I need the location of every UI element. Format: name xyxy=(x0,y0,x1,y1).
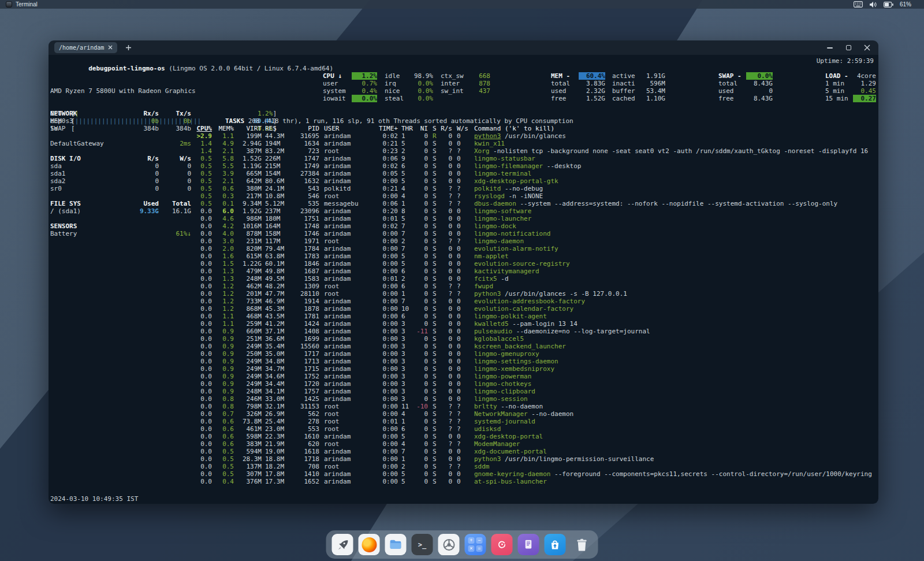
process-row[interactable]: 0.00.6598M22.3M1610arindam0:0050S00xdg-d… xyxy=(195,433,876,440)
process-row[interactable]: 0.00.9249M35.4M15560arindam0:0030S00kscr… xyxy=(195,343,876,350)
tab-close-icon[interactable] xyxy=(108,44,113,51)
calculator-icon[interactable]: +−×= xyxy=(465,534,486,555)
sidebar-line: sda00 xyxy=(50,162,193,170)
sidebar-line: NETWORKRx/sTx/s xyxy=(50,110,193,117)
cpu-model: AMD Ryzen 7 5800U with Radeon Graphics xyxy=(50,87,277,95)
process-row[interactable]: 0.00.8798M32.1M31153root0:0011-10S??brlt… xyxy=(195,403,876,410)
sidebar-spacer xyxy=(50,147,193,155)
cpu-panel: CPU ↓1.2%idle98.9%ctx_sw668user0.7%irq0.… xyxy=(323,72,490,102)
process-row[interactable]: 0.04.6986M180M1751arindam0:0150S00lingmo… xyxy=(195,215,876,222)
process-row[interactable]: 0.04.0878M158M1746arindam0:0070S00lingmo… xyxy=(195,230,876,237)
process-row[interactable]: 0.01.3479M49.8M1687arindam0:0060S00kacti… xyxy=(195,268,876,275)
process-row[interactable]: 0.55.81.52G226M1747arindam0:0690S00lingm… xyxy=(195,155,876,162)
window-titlebar[interactable]: /home/arindam xyxy=(49,40,878,55)
process-row[interactable]: 0.04.21016M164M1748arindam0:0270S00lingm… xyxy=(195,222,876,230)
sidebar-line: DefaultGateway2ms xyxy=(50,140,193,147)
os-info: (Lingmo OS 2.0.0 64bit / Linux 6.7.4-amd… xyxy=(165,65,333,72)
process-row[interactable]: 0.01.2201M47.7M28110root0:0010S??python3… xyxy=(195,290,876,298)
process-row[interactable]: 0.00.9250M35.0M1717arindam0:0030S00lingm… xyxy=(195,350,876,358)
sidebar-line: sda100 xyxy=(50,170,193,177)
process-table: CPU%MEM%VIRTRESPIDUSERTIME+THRNISR/sW/sC… xyxy=(195,125,876,485)
process-row[interactable]: 0.55.51.19G215M1749arindam0:0260S00lingm… xyxy=(195,162,876,170)
process-row[interactable]: 0.02.0820M79.4M1784arindam0:0070S00evolu… xyxy=(195,245,876,252)
media-app-icon[interactable] xyxy=(491,534,513,555)
process-row[interactable]: 0.00.5594M19.0M1618arindam0:0070S00xdg-d… xyxy=(195,448,876,455)
sidebar-spacer xyxy=(50,215,193,222)
taskbar-active-app[interactable]: Terminal xyxy=(0,1,38,8)
sidebar-line: / (sda1)9.33G16.1G xyxy=(50,207,193,215)
firefox-icon[interactable] xyxy=(359,534,380,555)
process-row[interactable]: 0.01.6615M63.8M1783arindam0:0050S00nm-ap… xyxy=(195,252,876,260)
process-row[interactable]: 0.50.3217M10.8M546root0:0040S??rsyslogd … xyxy=(195,192,876,200)
volume-icon[interactable] xyxy=(869,1,877,8)
sidebar-spacer xyxy=(50,132,193,140)
sidebar-line: enp0s30b0b xyxy=(50,117,193,125)
process-row[interactable]: 0.00.9248M34.1M1757arindam0:0030S00lingm… xyxy=(195,388,876,395)
mem-panel: MEM -60.4%active1.91Gtotal3.83Ginacti596… xyxy=(551,72,665,102)
battery-icon[interactable] xyxy=(884,2,893,8)
process-row[interactable]: 0.00.5137M18.2M708root0:0020S??sddm xyxy=(195,463,876,470)
process-row[interactable]: 0.50.6380M24.1M543polkitd0:2140S??polkit… xyxy=(195,185,876,192)
process-row[interactable]: 0.01.2462M48.2M1309root0:0060S??fwupd xyxy=(195,283,876,290)
swap-panel: SWAP -0.0%total8.43Gused0free8.43G xyxy=(718,72,773,102)
process-row[interactable]: 0.00.9249M34.7M1715arindam0:0030S00lingm… xyxy=(195,365,876,373)
app-store-icon[interactable] xyxy=(545,534,566,555)
process-row[interactable]: 0.01.1468M43.5M1781arindam0:0060S00lingm… xyxy=(195,313,876,320)
load-panel: LOAD -4core1 min1.295 min0.4515 min0.27 xyxy=(825,72,876,102)
tab-title: /home/arindam xyxy=(59,44,104,51)
process-row[interactable]: 0.06.01.92G237M23096arindam0:2080S00ling… xyxy=(195,207,876,215)
clock-timestamp: 2024-03-10 10:49:35 IST xyxy=(50,495,138,503)
app-launcher-icon[interactable] xyxy=(332,534,353,555)
process-row[interactable]: 0.00.5307M17.8M1410arindam0:0050S00gnome… xyxy=(195,470,876,478)
sidebar-stats: NETWORKRx/sTx/senp0s30b0blo384b384bDefau… xyxy=(50,110,193,237)
battery-percentage: 61% xyxy=(900,1,911,8)
process-table-header: CPU%MEM%VIRTRESPIDUSERTIME+THRNISR/sW/sC… xyxy=(195,125,876,132)
sidebar-line: SENSORS xyxy=(50,222,193,230)
process-row[interactable]: 0.50.19.34M5.12M535messagebu0:0610S??dbu… xyxy=(195,200,876,207)
process-row[interactable]: 1.44.92.94G194M1634arindam0:2150S00kwin_… xyxy=(195,140,876,147)
close-button[interactable] xyxy=(863,44,870,51)
trash-icon[interactable] xyxy=(571,534,593,555)
process-row[interactable]: 0.00.4376M17.3M1652arindam0:0050S00at-sp… xyxy=(195,478,876,485)
process-row[interactable]: 0.52.1642M80.6M1632arindam0:0050S00xdg-d… xyxy=(195,177,876,185)
taskbar-app-label: Terminal xyxy=(16,1,38,8)
process-row[interactable]: 0.01.1259M41.2M1424arindam0:0030S00kwall… xyxy=(195,320,876,328)
process-row[interactable]: 0.00.7326M26.9M562root0:0040S??NetworkMa… xyxy=(195,410,876,418)
glances-terminal[interactable]: debugpoint-lingmo-os (Lingmo OS 2.0.0 64… xyxy=(49,55,878,504)
keyboard-layout-icon[interactable] xyxy=(854,1,863,8)
process-row[interactable]: 0.00.8246M33.0M1425arindam0:0030S00lingm… xyxy=(195,395,876,403)
process-row[interactable]: 0.00.9251M36.6M1699arindam0:0030S00kglob… xyxy=(195,335,876,343)
process-row[interactable]: 0.00.9249M34.4M1720arindam0:0030S00lingm… xyxy=(195,380,876,388)
process-row[interactable]: 0.00.6383M21.9M620root0:0040S??ModemMana… xyxy=(195,440,876,448)
process-row[interactable]: 0.00.9249M34.6M1752arindam0:0030S00lingm… xyxy=(195,373,876,380)
process-row[interactable]: 0.01.51.22G60.1M1846arindam0:0050S00evol… xyxy=(195,260,876,268)
settings-icon[interactable] xyxy=(438,534,460,555)
maximize-button[interactable] xyxy=(845,44,852,51)
terminal-icon[interactable]: >_ xyxy=(412,534,433,555)
office-app-icon[interactable] xyxy=(518,534,539,555)
taskbar: Terminal 61% xyxy=(0,0,924,9)
terminal-window: /home/arindam debugpoint-lingmo-os ( xyxy=(49,40,878,504)
sidebar-line: sda200 xyxy=(50,177,193,185)
process-row[interactable]: 0.00.9660M37.1M1408arindam0:003-11S00pul… xyxy=(195,328,876,335)
process-row[interactable]: 0.01.2868M45.3M1878arindam0:00100S00evol… xyxy=(195,305,876,313)
sidebar-line: lo384b384b xyxy=(50,125,193,132)
sidebar-line: Battery61%↓ xyxy=(50,230,193,237)
dock: >_ +−×= xyxy=(326,530,598,559)
process-row[interactable]: 0.03.0231M117M1971root0:0020S??lingmo-da… xyxy=(195,237,876,245)
terminal-tab[interactable]: /home/arindam xyxy=(54,42,117,53)
process-row[interactable]: 0.53.9665M154M27384arindam0:0550S00lingm… xyxy=(195,170,876,177)
process-row[interactable]: 0.01.3248M49.5M1583arindam0:0120S00fcitx… xyxy=(195,275,876,283)
new-tab-button[interactable] xyxy=(125,44,132,51)
file-manager-icon[interactable] xyxy=(385,534,407,555)
hostname: debugpoint-lingmo-os xyxy=(88,65,165,72)
process-row[interactable]: >2.91.1199M44.3M31695arindam0:0210R00pyt… xyxy=(195,132,876,140)
process-row[interactable]: 0.00.9249M34.8M1713arindam0:0030S00lingm… xyxy=(195,358,876,365)
process-row[interactable]: 0.00.6461M23.0M553root0:0060S??udisksd xyxy=(195,425,876,433)
process-row[interactable]: 1.42.1387M83.2M723root0:2320S??Xorg -nol… xyxy=(195,147,876,155)
sidebar-line: DISK I/OR/sW/s xyxy=(50,155,193,162)
minimize-button[interactable] xyxy=(826,44,833,51)
process-row[interactable]: 0.00.673.8M25.4M278root0:0110S??systemd-… xyxy=(195,418,876,425)
process-row[interactable]: 0.00.528.3M18.8M1718arindam0:0010S00pyth… xyxy=(195,455,876,463)
process-row[interactable]: 0.01.2733M46.9M1914arindam0:0070S00evolu… xyxy=(195,298,876,305)
